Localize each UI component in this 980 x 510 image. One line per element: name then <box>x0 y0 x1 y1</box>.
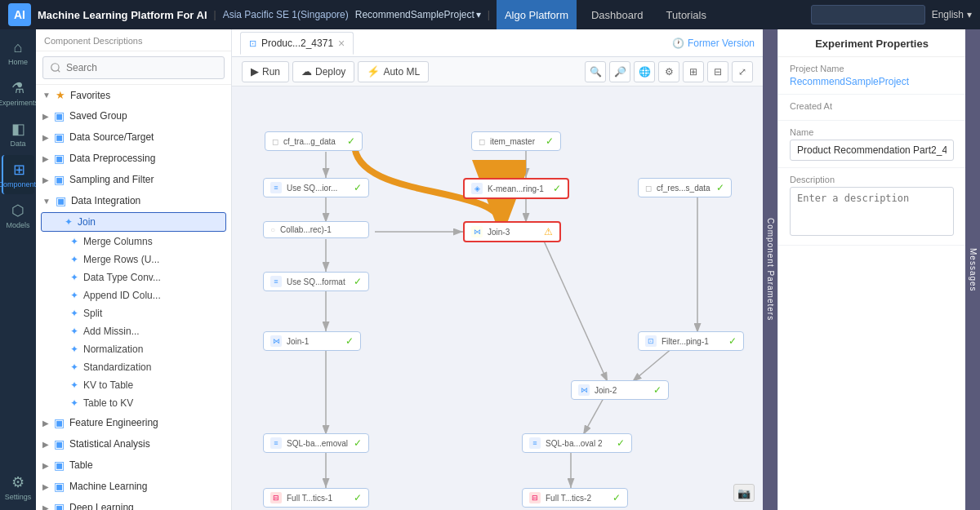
sidebar-item-settings[interactable]: ⚙ Settings <box>2 468 34 507</box>
section-sampling-filter-header[interactable]: ▶ ▣ Sampling and Filter <box>36 169 231 190</box>
sidebar-item-join[interactable]: ✦ Join <box>41 212 226 232</box>
language-selector[interactable]: English ▾ <box>932 9 972 20</box>
sidebar-item-split[interactable]: ✦ Split <box>36 304 231 322</box>
folder-icon: ▣ <box>54 480 65 493</box>
sidebar-search-area <box>36 51 231 85</box>
sidebar-item-data[interactable]: ◧ Data <box>2 114 34 153</box>
node-sql-oval2[interactable]: ≡ SQL-ba...oval 2 ✓ <box>522 433 632 453</box>
top-search-input[interactable] <box>811 5 925 24</box>
sidebar-item-models[interactable]: ⬡ Models <box>2 196 34 235</box>
data-type-icon: ✦ <box>70 272 78 283</box>
node-full-tics-1[interactable]: ⊟ Full T...tics-1 ✓ <box>263 488 369 508</box>
sidebar-item-table-to-kv[interactable]: ✦ Table to KV <box>36 394 231 412</box>
globe-button[interactable]: 🌐 <box>634 61 655 82</box>
sql-icon: ≡ <box>270 276 282 287</box>
node-collab-rec-1[interactable]: ○ Collab...rec)-1 <box>263 221 369 238</box>
sidebar-item-normalization[interactable]: ✦ Normalization <box>36 340 231 358</box>
region-label: Asia Pacific SE 1(Singapore) <box>223 9 349 20</box>
section-favorites-header[interactable]: ▼ ★ Favorites <box>36 85 231 105</box>
settings-button[interactable]: ⚙ <box>658 61 679 82</box>
split-icon: ✦ <box>70 308 78 319</box>
section-statistical-analysis-header[interactable]: ▶ ▣ Statistical Analysis <box>36 433 231 455</box>
chevron-right-icon: ▶ <box>42 440 49 449</box>
icon-sidebar: ⌂ Home ⚗ Experiments ◧ Data ⊞ Components… <box>0 29 36 510</box>
folder-icon: ▣ <box>54 501 65 510</box>
auto-ml-button[interactable]: ⚡ Auto ML <box>358 61 429 82</box>
node-full-tics-2[interactable]: ⊟ Full T...tics-2 ✓ <box>522 488 628 508</box>
zoom-out-button[interactable]: 🔎 <box>609 61 630 82</box>
section-data-integration-header[interactable]: ▼ ▣ Data Integration <box>36 190 231 211</box>
layout-button[interactable]: ⊟ <box>707 61 728 82</box>
deploy-button[interactable]: ☁ Deploy <box>292 61 354 82</box>
fullscreen-button[interactable]: ⤢ <box>732 61 753 82</box>
sidebar-item-merge-rows[interactable]: ✦ Merge Rows (U... <box>36 251 231 268</box>
name-input[interactable] <box>790 140 954 161</box>
app-logo: AI <box>8 3 31 26</box>
former-version-link[interactable]: 🕐 Former Version <box>672 38 755 49</box>
sidebar-item-experiments[interactable]: ⚗ Experiments <box>2 73 34 113</box>
node-type-icon: ◻ <box>272 137 278 146</box>
node-use-sql-format[interactable]: ≡ Use SQ...format ✓ <box>263 272 369 291</box>
svg-line-13 <box>542 237 608 382</box>
sidebar-item-data-type-conv[interactable]: ✦ Data Type Conv... <box>36 268 231 286</box>
chevron-down-icon: ▼ <box>42 91 51 100</box>
description-input[interactable] <box>790 187 954 236</box>
section-table: ▶ ▣ Table <box>36 455 231 476</box>
dashboard-link[interactable]: Dashboard <box>583 0 652 29</box>
node-cf-res-s-data[interactable]: ◻ cf_res...s_data ✓ <box>638 178 732 197</box>
section-saved-group-header[interactable]: ▶ ▣ Saved Group <box>36 105 231 126</box>
add-missing-icon: ✦ <box>70 326 78 337</box>
sidebar-item-append-id-col[interactable]: ✦ Append ID Colu... <box>36 286 231 304</box>
svg-line-12 <box>632 348 673 382</box>
zoom-in-button[interactable]: 🔍 <box>585 61 606 82</box>
node-join-1[interactable]: ⋈ Join-1 ✓ <box>263 331 361 351</box>
chevron-right-icon: ▶ <box>42 133 49 142</box>
section-favorites: ▼ ★ Favorites <box>36 85 231 105</box>
section-machine-learning-header[interactable]: ▶ ▣ Machine Learning <box>36 476 231 497</box>
sidebar-item-standardization[interactable]: ✦ Standardization <box>36 358 231 376</box>
sidebar-item-kv-to-table[interactable]: ✦ KV to Table <box>36 376 231 394</box>
node-cf-tra-g-data[interactable]: ◻ cf_tra...g_data ✓ <box>265 131 363 151</box>
node-item-master[interactable]: ◻ item_master ✓ <box>471 131 561 151</box>
sidebar-item-home[interactable]: ⌂ Home <box>2 33 34 72</box>
models-icon: ⬡ <box>11 202 24 220</box>
node-sql-removal[interactable]: ≡ SQL-ba...emoval ✓ <box>263 433 369 453</box>
join-icon: ⋈ <box>270 335 282 347</box>
section-table-header[interactable]: ▶ ▣ Table <box>36 455 231 476</box>
main-content-area: ⊡ Produc...2_4371 × 🕐 Former Version ▶ R… <box>232 29 763 510</box>
node-k-mean-ring-1[interactable]: ◈ K-mean...ring-1 ✓ <box>463 178 569 199</box>
node-type-icon: ○ <box>270 225 275 234</box>
algo-platform-link[interactable]: Algo Platform <box>497 0 577 29</box>
screenshot-button[interactable]: 📷 <box>733 484 755 502</box>
status-check-icon: ✓ <box>653 384 662 396</box>
sql-icon: ≡ <box>270 437 282 449</box>
section-data-source-header[interactable]: ▶ ▣ Data Source/Target <box>36 126 231 148</box>
search-input[interactable] <box>42 56 225 79</box>
node-join-3[interactable]: ⋈ Join-3 ⚠ <box>463 221 561 242</box>
workflow-canvas[interactable]: ◻ cf_tra...g_data ✓ ◻ item_master ✓ ≡ Us… <box>232 86 763 510</box>
section-deep-learning-header[interactable]: ▶ ▣ Deep Learning <box>36 497 231 510</box>
component-parameters-tab[interactable]: Component Parameters <box>763 29 777 510</box>
chevron-right-icon: ▶ <box>42 154 49 163</box>
main-tab[interactable]: ⊡ Produc...2_4371 × <box>240 32 354 55</box>
section-feature-engineering-header[interactable]: ▶ ▣ Feature Engineering <box>36 412 231 433</box>
grid-button[interactable]: ⊞ <box>683 61 704 82</box>
sidebar-item-components[interactable]: ⊞ Components <box>2 155 34 194</box>
section-data-preprocessing-header[interactable]: ▶ ▣ Data Preprocessing <box>36 148 231 169</box>
tutorials-link[interactable]: Tutorials <box>658 0 715 29</box>
sidebar-item-add-missing[interactable]: ✦ Add Missin... <box>36 322 231 340</box>
tab-close-button[interactable]: × <box>338 38 345 49</box>
node-join-2[interactable]: ⋈ Join-2 ✓ <box>571 380 669 400</box>
node-filter-ping-1[interactable]: ⊡ Filter...ping-1 ✓ <box>638 331 744 351</box>
star-icon: ★ <box>56 89 65 101</box>
join-icon: ✦ <box>65 216 73 228</box>
svg-line-14 <box>583 398 604 435</box>
node-use-sql-1[interactable]: ≡ Use SQ...ior... ✓ <box>263 178 369 197</box>
run-icon: ▶ <box>251 65 259 78</box>
run-button[interactable]: ▶ Run <box>242 61 289 82</box>
messages-tab[interactable]: Messages <box>965 29 980 510</box>
project-selector[interactable]: RecommendSampleProject ▾ <box>355 9 481 20</box>
clock-icon: 🕐 <box>672 38 684 49</box>
sidebar-item-merge-columns[interactable]: ✦ Merge Columns <box>36 233 231 251</box>
project-name-value: RecommendSampleProject <box>790 76 954 87</box>
